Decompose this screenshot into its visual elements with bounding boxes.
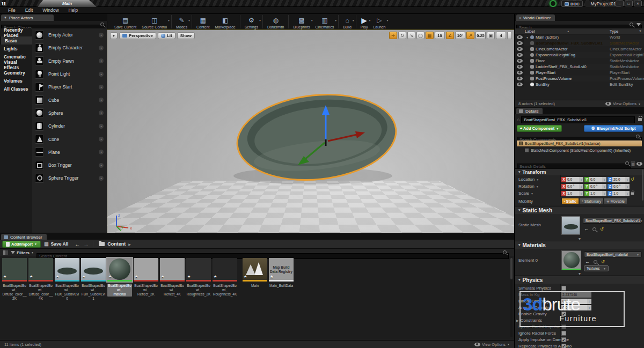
chevron-down-icon[interactable]: ▼ <box>352 19 355 22</box>
chevron-down-icon[interactable]: ▼ <box>259 19 261 22</box>
actor-item-player-start[interactable]: Player Start● <box>32 80 107 93</box>
actor-item-empty-character[interactable]: Empty Character● <box>32 41 107 54</box>
actor-item-cylinder[interactable]: Cylinder● <box>32 120 107 132</box>
use-selected-asset-icon[interactable]: ← <box>584 226 589 232</box>
close-button[interactable]: ✕ <box>634 1 642 6</box>
asset-roughness-4k[interactable]: ★ BoatShapedBowl_Roughness_4K <box>213 258 237 297</box>
static-mesh-section-header[interactable]: Static Mesh <box>515 206 644 214</box>
spinner-icon[interactable]: ↕ <box>625 191 630 196</box>
scale-x-field[interactable]: 1.0 <box>566 191 579 196</box>
actor-item-sphere[interactable]: Sphere● <box>32 107 107 120</box>
reset-to-default-icon[interactable]: ↺ <box>631 177 634 182</box>
actor-item-empty-pawn[interactable]: Empty Pawn● <box>32 55 107 68</box>
viewport-maximize-toggle[interactable] <box>507 32 512 39</box>
textures-dropdown[interactable]: Textures▼ <box>584 265 609 271</box>
drag-grip-icon[interactable]: ● <box>99 163 104 168</box>
modes-button[interactable]: ✎Modes▼ <box>173 14 190 29</box>
label-column-header[interactable]: Label <box>525 29 535 34</box>
category-visual-effects[interactable]: Visual Effects <box>0 61 32 69</box>
visibility-eye-icon[interactable] <box>515 70 524 76</box>
actor-item-cone[interactable]: Cone● <box>32 132 107 145</box>
drag-grip-icon[interactable]: ● <box>99 176 104 181</box>
drag-grip-icon[interactable]: ● <box>99 85 104 90</box>
visibility-eye-icon[interactable] <box>515 46 524 52</box>
category-lights[interactable]: Lights <box>0 45 32 53</box>
spinner-icon[interactable]: ↕ <box>602 177 606 182</box>
marketplace-button[interactable]: ◧Marketplace <box>213 14 238 29</box>
show-button[interactable]: Show <box>177 32 195 39</box>
minimize-button[interactable]: – <box>616 1 624 6</box>
scale-y-field[interactable]: 1.0 <box>589 191 602 196</box>
world-space-toggle-button[interactable]: ◯ <box>416 32 425 39</box>
world-outliner-tab[interactable]: ≡World Outliner <box>516 14 555 21</box>
asset-main-builtdata[interactable]: Map Build Data Registry★ Main_BuiltData <box>269 258 294 288</box>
spinner-icon[interactable]: ↕ <box>579 184 583 189</box>
outliner-row-boatshapedbowl[interactable]: BoatShapedBowl_FBX_SubdivLvl1StaticMeshA… <box>515 40 644 46</box>
reset-to-default-icon[interactable]: ↺ <box>600 227 604 232</box>
chevron-down-icon[interactable]: ▼ <box>386 19 389 22</box>
place-actors-tab[interactable]: ▼ Place Actors <box>1 14 54 21</box>
scale-label[interactable]: Scale <box>518 191 529 196</box>
outliner-row-playerstart[interactable]: PlayerStartPlayerStart <box>515 70 644 76</box>
details-scrollbar[interactable] <box>642 169 643 201</box>
rotation-snap-value[interactable]: 10° <box>455 32 465 39</box>
chevron-down-icon[interactable]: ▼ <box>188 19 191 22</box>
datasmith-button[interactable]: ◍Datasmith <box>265 14 287 29</box>
actor-item-sphere-trigger[interactable]: Sphere Trigger● <box>32 172 107 184</box>
asset-main-level[interactable]: ★ Main <box>243 258 267 288</box>
rotation-z-field[interactable]: 0.0 ° <box>612 184 625 189</box>
bowl-mesh[interactable] <box>233 90 400 187</box>
drag-grip-icon[interactable]: ● <box>99 33 104 38</box>
static-mesh-dropdown[interactable]: BoatShapedBowl_FBX_SubdivLvl1▼ <box>583 218 642 224</box>
chevron-right-icon[interactable]: ▶ <box>128 242 131 246</box>
visibility-eye-icon[interactable] <box>515 58 524 64</box>
filters-button[interactable]: Filters▼ <box>11 250 34 255</box>
outliner-row-sunsky[interactable]: SunSkyEdit SunSky <box>515 82 644 87</box>
chevron-down-icon[interactable]: ▼ <box>167 19 170 22</box>
doc-badge[interactable]: DOC <box>561 1 583 7</box>
material-thumbnail[interactable] <box>561 250 581 270</box>
visibility-eye-icon[interactable] <box>515 40 524 46</box>
camera-speed-button[interactable]: ▣ <box>487 32 495 39</box>
mobility-static-button[interactable]: ▪Static <box>561 198 579 204</box>
use-selected-asset-icon[interactable]: ← <box>585 259 590 264</box>
column-settings-icon[interactable]: ▼ <box>639 29 642 33</box>
actor-name-field[interactable] <box>521 116 635 123</box>
location-label[interactable]: Location <box>518 177 535 182</box>
blueprints-button[interactable]: ▩Blueprints▼ <box>290 14 312 29</box>
physics-section-header[interactable]: Physics <box>515 276 644 284</box>
category-recently-placed[interactable]: Recently Placed <box>0 28 32 36</box>
component-inherited-row[interactable]: StaticMeshComponent (StaticMeshComponent… <box>525 147 642 153</box>
asset-fbx-subdivlvl1[interactable]: ★ BoatShapedBowl_FBX_SubdivLvl1 <box>81 258 106 301</box>
visibility-eye-icon[interactable] <box>515 34 524 40</box>
outliner-row-heightfog[interactable]: ExponentialHeightFogExponentialHeightFog <box>515 52 644 58</box>
rotation-y-field[interactable]: 0.0 ° <box>589 184 602 189</box>
grid-snap-value[interactable]: 10 <box>435 32 445 39</box>
spinner-icon[interactable]: ↕ <box>625 184 630 189</box>
category-volumes[interactable]: Volumes <box>0 77 32 85</box>
camera-speed-value[interactable]: 4 <box>496 32 506 39</box>
back-arrow-icon[interactable]: ← <box>75 241 80 247</box>
expander-icon[interactable]: ▼ <box>526 36 529 39</box>
outliner-row-main[interactable]: ▼Main (Editor)World <box>515 34 644 40</box>
asset-fbx-subdivlvl0[interactable]: ★ BoatShapedBowl_FBX_SubdivLvl0 <box>55 258 79 301</box>
reset-to-default-icon[interactable]: ↺ <box>601 260 605 264</box>
details-display-options-icon[interactable]: ▥ <box>631 160 635 167</box>
viewport[interactable]: ▼ Perspective Lit Show ✛ ↻ ↘ ◯ ▦ 10 ∠ 10… <box>107 30 514 233</box>
outliner-view-options[interactable]: View Options▼ <box>605 101 641 106</box>
advanced-expander[interactable]: ▼ <box>515 237 644 241</box>
chevron-down-icon[interactable]: ▼ <box>334 19 337 22</box>
rotation-snap-toggle[interactable]: ∠ <box>446 32 454 39</box>
ignore-radial-force-checkbox[interactable] <box>561 331 566 336</box>
transform-section-header[interactable]: Transform <box>515 168 644 175</box>
details-tab[interactable]: Details <box>516 108 543 114</box>
browse-to-asset-icon[interactable] <box>592 227 596 231</box>
browse-to-asset-icon[interactable] <box>594 260 597 264</box>
perspective-button[interactable]: Perspective <box>119 32 156 39</box>
drag-grip-icon[interactable]: ● <box>99 110 104 115</box>
actor-item-point-light[interactable]: Point Light● <box>32 68 107 80</box>
rotation-label[interactable]: Rotation <box>518 184 535 189</box>
maximize-button[interactable]: □ <box>625 1 633 6</box>
outliner-filter-icon[interactable] <box>636 23 641 26</box>
apply-impulse-checkbox[interactable] <box>561 337 566 342</box>
